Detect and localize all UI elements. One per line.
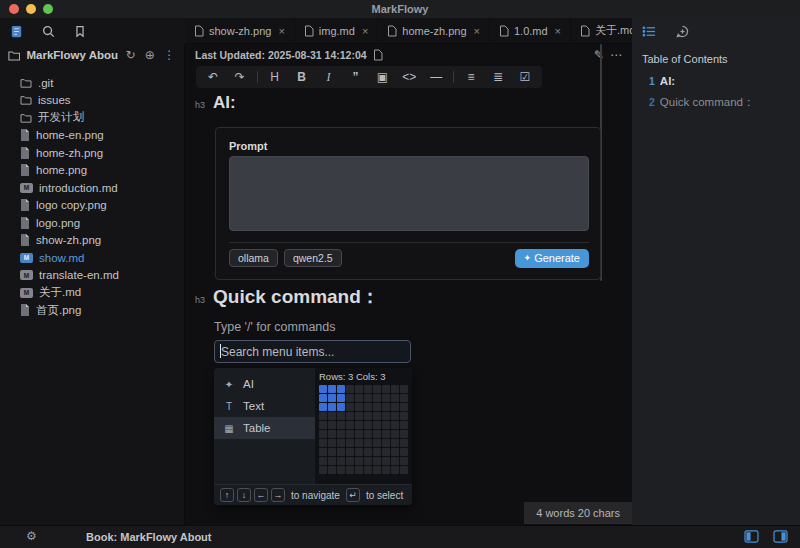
task-list-icon[interactable]: ☑ bbox=[515, 70, 535, 84]
tab-close-icon[interactable]: × bbox=[474, 25, 480, 37]
table-grid-cell[interactable] bbox=[373, 448, 381, 456]
toc-toggle-icon[interactable] bbox=[642, 25, 657, 38]
table-grid-cell[interactable] bbox=[400, 448, 408, 456]
table-grid-cell[interactable] bbox=[382, 457, 390, 465]
table-grid-cell[interactable] bbox=[328, 421, 336, 429]
table-grid-cell[interactable] bbox=[319, 448, 327, 456]
tree-item-image[interactable]: logo copy.png bbox=[0, 197, 184, 215]
model-name-chip[interactable]: qwen2.5 bbox=[284, 249, 342, 267]
tab-show-zh-png[interactable]: show-zh.png × bbox=[185, 18, 295, 43]
table-grid-cell[interactable] bbox=[328, 385, 336, 393]
table-grid-cell[interactable] bbox=[319, 412, 327, 420]
table-grid-cell[interactable] bbox=[373, 430, 381, 438]
tab-home-zh-png[interactable]: home-zh.png × bbox=[378, 18, 490, 43]
table-grid-cell[interactable] bbox=[391, 466, 399, 474]
editor-more-icon[interactable]: ⋯ bbox=[610, 48, 622, 62]
table-grid-cell[interactable] bbox=[364, 421, 372, 429]
table-grid-cell[interactable] bbox=[382, 421, 390, 429]
zoom-window-button[interactable] bbox=[43, 4, 53, 14]
table-grid-cell[interactable] bbox=[400, 466, 408, 474]
table-grid-cell[interactable] bbox=[400, 394, 408, 402]
table-grid-cell[interactable] bbox=[328, 448, 336, 456]
table-grid-cell[interactable] bbox=[400, 385, 408, 393]
table-grid-cell[interactable] bbox=[391, 394, 399, 402]
edit-mode-icon[interactable]: ✎ bbox=[594, 48, 604, 62]
gear-icon[interactable]: ⚙ bbox=[26, 529, 37, 543]
toggle-right-panel-icon[interactable] bbox=[773, 530, 788, 543]
table-grid-cell[interactable] bbox=[346, 421, 354, 429]
table-grid-cell[interactable] bbox=[355, 403, 363, 411]
chat-plus-icon[interactable] bbox=[675, 24, 690, 39]
table-grid-cell[interactable] bbox=[382, 466, 390, 474]
table-grid-cell[interactable] bbox=[355, 466, 363, 474]
table-grid-cell[interactable] bbox=[337, 412, 345, 420]
table-grid-cell[interactable] bbox=[391, 457, 399, 465]
table-grid-cell[interactable] bbox=[391, 385, 399, 393]
tree-item-markdown[interactable]: introduction.md bbox=[0, 179, 184, 197]
table-grid-cell[interactable] bbox=[319, 403, 327, 411]
menu-item-text[interactable]: T Text bbox=[214, 395, 315, 417]
table-grid-cell[interactable] bbox=[364, 430, 372, 438]
table-grid-cell[interactable] bbox=[400, 403, 408, 411]
table-grid-cell[interactable] bbox=[364, 394, 372, 402]
tree-item-markdown[interactable]: translate-en.md bbox=[0, 267, 184, 285]
table-grid-cell[interactable] bbox=[391, 448, 399, 456]
search-icon[interactable] bbox=[40, 23, 56, 39]
table-grid-cell[interactable] bbox=[400, 430, 408, 438]
table-grid-cell[interactable] bbox=[328, 412, 336, 420]
tree-item-markdown-selected[interactable]: show.md bbox=[0, 249, 184, 267]
table-grid-cell[interactable] bbox=[382, 439, 390, 447]
undo-icon[interactable]: ↶ bbox=[203, 70, 223, 84]
table-grid-cell[interactable] bbox=[391, 421, 399, 429]
table-grid-cell[interactable] bbox=[337, 421, 345, 429]
table-grid-cell[interactable] bbox=[346, 439, 354, 447]
table-grid-cell[interactable] bbox=[364, 412, 372, 420]
table-grid-cell[interactable] bbox=[346, 403, 354, 411]
tree-item-folder[interactable]: issues bbox=[0, 92, 184, 110]
blockquote-icon[interactable]: ” bbox=[345, 70, 365, 84]
table-grid-cell[interactable] bbox=[346, 430, 354, 438]
tree-item-folder[interactable]: .git bbox=[0, 74, 184, 92]
tab-close-icon[interactable]: × bbox=[555, 25, 561, 37]
table-grid-cell[interactable] bbox=[373, 385, 381, 393]
table-grid-cell[interactable] bbox=[346, 466, 354, 474]
horizontal-rule-icon[interactable]: — bbox=[426, 70, 446, 84]
table-grid-cell[interactable] bbox=[373, 403, 381, 411]
table-grid-cell[interactable] bbox=[328, 430, 336, 438]
table-grid-cell[interactable] bbox=[373, 394, 381, 402]
explorer-book-icon[interactable] bbox=[8, 23, 24, 39]
table-grid-cell[interactable] bbox=[364, 385, 372, 393]
table-grid-cell[interactable] bbox=[364, 448, 372, 456]
redo-icon[interactable]: ↷ bbox=[230, 70, 250, 84]
table-grid-cell[interactable] bbox=[346, 394, 354, 402]
table-grid-cell[interactable] bbox=[373, 457, 381, 465]
prompt-textarea[interactable] bbox=[229, 156, 589, 231]
table-grid-cell[interactable] bbox=[382, 403, 390, 411]
slash-placeholder-text[interactable]: Type '/' for commands bbox=[214, 320, 335, 334]
table-grid-cell[interactable] bbox=[355, 385, 363, 393]
tree-item-image[interactable]: logo.png bbox=[0, 214, 184, 232]
tab-close-icon[interactable]: × bbox=[362, 25, 368, 37]
table-grid-cell[interactable] bbox=[382, 385, 390, 393]
sidebar-more-icon[interactable]: ⋮ bbox=[163, 48, 176, 62]
table-grid-cell[interactable] bbox=[364, 466, 372, 474]
tree-item-image[interactable]: 首页.png bbox=[0, 302, 184, 320]
table-grid-cell[interactable] bbox=[382, 412, 390, 420]
refresh-icon[interactable]: ↻ bbox=[124, 48, 137, 62]
table-grid-cell[interactable] bbox=[337, 448, 345, 456]
table-grid-cell[interactable] bbox=[319, 466, 327, 474]
table-grid-cell[interactable] bbox=[382, 394, 390, 402]
model-provider-chip[interactable]: ollama bbox=[229, 249, 278, 267]
menu-item-ai[interactable]: ✦ AI bbox=[214, 373, 315, 395]
bold-icon[interactable]: B bbox=[292, 70, 312, 84]
table-grid-cell[interactable] bbox=[328, 403, 336, 411]
tree-item-markdown[interactable]: 关于.md bbox=[0, 284, 184, 302]
table-grid-cell[interactable] bbox=[373, 412, 381, 420]
table-grid-cell[interactable] bbox=[391, 439, 399, 447]
table-grid-cell[interactable] bbox=[355, 439, 363, 447]
table-grid-cell[interactable] bbox=[328, 439, 336, 447]
table-grid-cell[interactable] bbox=[328, 457, 336, 465]
locate-file-icon[interactable]: ⊕ bbox=[143, 48, 156, 62]
tree-item-image[interactable]: home-en.png bbox=[0, 127, 184, 145]
tree-item-image[interactable]: home-zh.png bbox=[0, 144, 184, 162]
